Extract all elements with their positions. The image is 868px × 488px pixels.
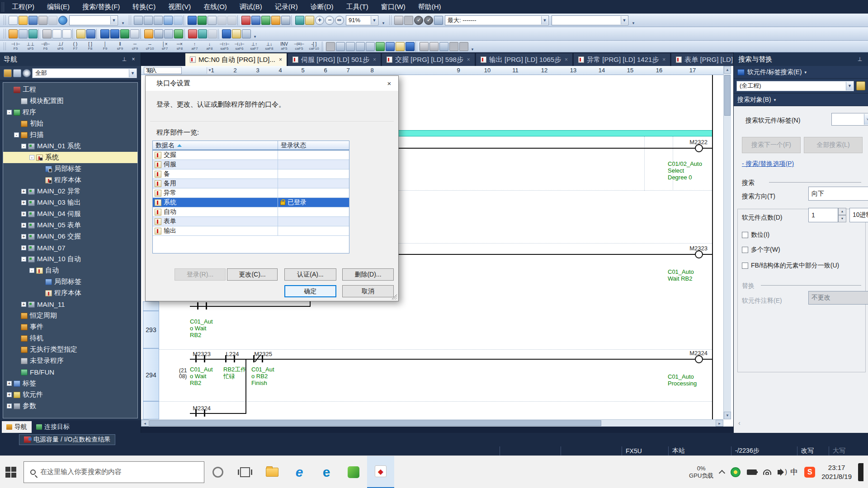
toolbar-icon[interactable] xyxy=(271,16,280,25)
tree-item[interactable]: MAIN_02 异常 xyxy=(3,186,137,197)
ladder-symbol-button[interactable]: -[ ] caF10 xyxy=(307,41,321,52)
tree-filter-combo[interactable]: 全部▼ xyxy=(32,68,137,78)
taskbar-clock[interactable]: 23:17 2021/8/19 xyxy=(821,463,852,481)
toolbar-icon[interactable] xyxy=(356,42,365,51)
toolbar-overflow-icon[interactable]: ▾ xyxy=(469,42,476,52)
scroll-right-icon[interactable]: ▸ xyxy=(716,420,723,427)
chevron-down-icon[interactable]: ▼ xyxy=(129,69,136,77)
expander-icon[interactable] xyxy=(21,200,26,205)
toolbar-icon[interactable] xyxy=(322,42,325,52)
chevron-down-icon[interactable]: ˅ xyxy=(864,114,868,125)
ladder-symbol-button[interactable]: ⊥⊥ sF5 xyxy=(24,41,38,52)
table-row[interactable]: 交握 xyxy=(153,150,349,160)
ladder-symbol-button[interactable]: -- cF10 xyxy=(143,41,157,52)
ladder-symbol-button[interactable]: ⊥/ sF6 xyxy=(53,41,67,52)
tree-item[interactable]: MAIN_01 系统 xyxy=(3,141,137,152)
expander-icon[interactable] xyxy=(21,189,26,194)
expander-icon[interactable] xyxy=(21,223,26,228)
tree-item[interactable]: 程序 xyxy=(3,107,137,118)
ladder-symbol-button[interactable]: ⊣↑⊢ saF5 xyxy=(217,41,231,52)
vertical-scrollbar[interactable]: ▲ ▼ xyxy=(723,66,731,419)
table-row[interactable]: 伺服 xyxy=(153,160,349,169)
notification-center-icon[interactable] xyxy=(858,463,863,481)
tree-expand-icon[interactable] xyxy=(13,69,21,77)
ladder-symbol-button[interactable]: ─ cF9 xyxy=(128,41,142,52)
toolbar-overflow-icon[interactable]: ▾ xyxy=(252,29,258,39)
checkbox-icon[interactable] xyxy=(742,232,748,238)
tree-collapse-icon[interactable] xyxy=(4,69,12,77)
horizontal-scrollbar[interactable]: ◂ ▸ xyxy=(141,419,723,427)
toolbar-icon[interactable] xyxy=(227,16,236,25)
ok-button[interactable]: 确定 xyxy=(284,285,336,297)
tree-item[interactable]: 恒定周期 xyxy=(3,310,137,321)
ladder-coil[interactable] xyxy=(695,355,703,363)
tree-item[interactable]: 程序本体 xyxy=(3,287,137,299)
expander-icon[interactable] xyxy=(29,268,34,273)
max-device-combo[interactable]: 最大: -------▼ xyxy=(445,15,549,25)
ime-indicator[interactable]: 中 xyxy=(790,467,798,477)
toolbar-icon[interactable] xyxy=(291,15,294,25)
menu-item[interactable]: 视图(V) xyxy=(162,0,197,14)
table-row[interactable]: 备用 xyxy=(153,179,349,188)
dock-tab[interactable]: 连接目标 xyxy=(32,421,74,433)
toolbar-icon[interactable] xyxy=(38,29,42,39)
ladder-symbol-button[interactable]: ⊣=⊢ caF5 xyxy=(292,41,306,52)
menu-item[interactable]: 搜索/替换(F) xyxy=(76,0,126,14)
toolbar-icon[interactable] xyxy=(434,16,443,25)
multi-word-checkbox[interactable]: 多个字(W) xyxy=(742,246,780,254)
ladder-contact[interactable] xyxy=(197,302,207,310)
menu-item[interactable]: 在线(O) xyxy=(198,0,233,14)
find-target-combo[interactable]: ˅ xyxy=(831,113,868,126)
toolbar-icon[interactable] xyxy=(9,16,18,25)
toolbar-icon[interactable] xyxy=(76,29,85,38)
toolbar-icon[interactable] xyxy=(237,15,241,25)
toolbar-overflow-icon[interactable]: ▾ xyxy=(630,15,637,25)
expander-icon[interactable] xyxy=(7,381,12,386)
delete-button[interactable]: 删除(D)... xyxy=(342,268,394,281)
table-header[interactable]: 数据名 登录状态 xyxy=(153,141,349,150)
zoom-level-combo[interactable]: 91%▼ xyxy=(346,15,378,25)
column-status-header[interactable]: 登录状态 xyxy=(278,141,349,150)
expander-icon[interactable] xyxy=(21,302,26,307)
tree-item[interactable]: FB/FUN xyxy=(3,366,137,378)
toolbar-icon[interactable] xyxy=(414,16,423,25)
resize-grip[interactable] xyxy=(392,294,397,300)
chevron-down-icon[interactable]: ▼ xyxy=(110,16,117,24)
number-base-combo[interactable]: 10进制 xyxy=(849,208,868,222)
ladder-symbol-button[interactable]: │× sF7 xyxy=(158,41,172,52)
toolbar-icon[interactable] xyxy=(424,16,433,25)
spinner-down-icon[interactable]: ▼ xyxy=(838,215,846,222)
toolbar-icon[interactable] xyxy=(449,42,458,51)
tree-item[interactable]: MAIN_07 xyxy=(3,242,137,253)
toolbar-icon[interactable] xyxy=(164,29,173,38)
scroll-left-icon[interactable]: ◂ xyxy=(141,420,149,427)
spinner-up-icon[interactable]: ▲ xyxy=(838,208,846,215)
expander-icon[interactable] xyxy=(21,211,26,216)
menu-item[interactable]: 帮助(H) xyxy=(412,0,447,14)
document-tab[interactable]: 伺服 [PRG] [LD] 501步 × xyxy=(288,53,381,66)
expander-icon[interactable] xyxy=(21,257,26,262)
ladder-contact[interactable] xyxy=(225,355,235,362)
toolbar-icon[interactable] xyxy=(164,16,173,25)
ladder-symbol-button[interactable]: ↑ aF7 xyxy=(188,41,202,52)
chevron-down-icon[interactable]: ▼ xyxy=(621,16,627,24)
tray-expand-icon[interactable] xyxy=(719,469,725,476)
digit-checkbox[interactable]: 数位(I) xyxy=(742,231,769,239)
toolbar-icon[interactable] xyxy=(58,16,67,25)
edge-button[interactable]: e xyxy=(313,456,340,488)
toolbar-icon[interactable] xyxy=(86,29,95,38)
tree-item[interactable]: 扫描 xyxy=(3,129,137,141)
expander-icon[interactable] xyxy=(21,234,26,239)
tree-item[interactable]: MAIN_06 交握 xyxy=(3,231,137,242)
close-icon[interactable]: × xyxy=(373,56,376,63)
toolbar-overflow-icon[interactable]: ▾ xyxy=(120,15,126,25)
toolbar-icon[interactable] xyxy=(188,29,197,38)
table-row[interactable]: 表单 xyxy=(153,217,349,226)
tree-item[interactable]: 系统 xyxy=(3,152,137,163)
toolbar-icon[interactable] xyxy=(144,16,153,25)
toolbar-icon[interactable] xyxy=(222,29,231,38)
cortana-button[interactable] xyxy=(204,456,231,488)
zoom-icon[interactable] xyxy=(315,16,324,25)
toolbar-icon[interactable] xyxy=(184,29,187,39)
toolbar-icon[interactable] xyxy=(52,29,61,38)
